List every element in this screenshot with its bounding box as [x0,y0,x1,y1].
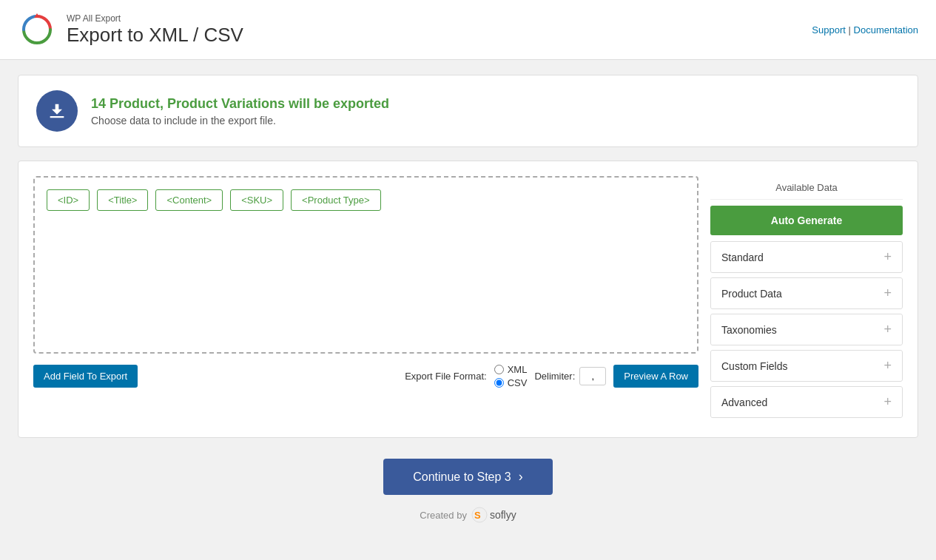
preview-row-button[interactable]: Preview A Row [613,365,698,388]
available-data-panel: Available Data Auto Generate Standard + … [710,176,903,422]
data-section: Product Data + [710,277,903,309]
format-options: XML CSV [494,364,528,388]
csv-label: CSV [508,377,528,388]
app-logo [18,10,56,49]
field-drag-area[interactable]: <ID><Title><Content><SKU><Product Type> [33,176,698,354]
continue-button[interactable]: Continue to Step 3 › [383,459,553,495]
data-section-header[interactable]: Product Data + [711,278,902,308]
notice-subtitle: Choose data to include in the export fil… [91,115,389,126]
auto-generate-button[interactable]: Auto Generate [710,206,903,235]
continue-arrow-icon: › [519,469,523,485]
download-icon [47,101,67,121]
add-field-button[interactable]: Add Field To Export [33,365,138,388]
delimiter-label: Delimiter: [534,371,575,382]
support-link[interactable]: Support [812,24,846,36]
section-label: Custom Fields [721,360,787,372]
header-left: WP All Export Export to XML / CSV [18,10,243,49]
header-title-group: WP All Export Export to XML / CSV [67,13,243,47]
data-section-header[interactable]: Standard + [711,242,902,272]
data-section: Custom Fields + [710,350,903,382]
sections-container: Standard + Product Data + Taxonomies + C… [710,241,903,422]
delimiter-group: Delimiter: [534,367,606,385]
section-label: Advanced [721,397,767,408]
header-links: Support | Documentation [812,24,918,36]
data-section-header[interactable]: Taxonomies + [711,314,902,345]
section-plus-icon: + [883,249,892,265]
continue-section: Continue to Step 3 › [18,451,918,501]
builder-panel: <ID><Title><Content><SKU><Product Type> … [18,161,918,438]
xml-radio[interactable] [494,365,504,374]
soflyy-logo: S soflyy [471,507,516,523]
section-label: Taxonomies [721,324,777,336]
section-plus-icon: + [883,358,892,374]
builder-left: <ID><Title><Content><SKU><Product Type> … [33,176,698,422]
csv-radio[interactable] [494,378,504,388]
field-tag[interactable]: <Title> [97,189,148,211]
soflyy-icon: S [471,507,488,523]
data-section: Standard + [710,241,903,273]
section-plus-icon: + [883,394,892,410]
notice-text: 14 Product, Product Variations will be e… [91,96,389,126]
data-section-header[interactable]: Custom Fields + [711,351,902,381]
export-format-label: Export File Format: [405,371,487,382]
csv-option[interactable]: CSV [494,377,528,388]
field-tag[interactable]: <SKU> [230,189,283,211]
xml-label: XML [508,364,528,375]
app-header: WP All Export Export to XML / CSV Suppor… [0,0,936,60]
continue-label: Continue to Step 3 [413,470,511,484]
footer-created-text: Created by [420,510,467,521]
available-data-title: Available Data [710,176,903,200]
controls-row: Add Field To Export Export File Format: … [33,364,698,388]
data-section: Advanced + [710,386,903,418]
xml-option[interactable]: XML [494,364,528,375]
page-title: Export to XML / CSV [67,24,243,47]
footer: Created by S soflyy [18,501,918,529]
section-label: Product Data [721,288,782,300]
field-tag[interactable]: <Content> [155,189,223,211]
format-delimiter-wrapper: Export File Format: XML CSV Delimiter: [405,364,698,388]
data-section: Taxonomies + [710,314,903,345]
documentation-link[interactable]: Documentation [854,24,918,36]
field-tag[interactable]: <ID> [47,189,90,211]
main-content: 14 Product, Product Variations will be e… [0,60,936,544]
field-tag[interactable]: <Product Type> [291,189,381,211]
notice-icon [36,90,78,132]
notice-card: 14 Product, Product Variations will be e… [18,75,918,147]
plugin-name: WP All Export [67,13,243,24]
section-plus-icon: + [883,322,892,337]
data-section-header[interactable]: Advanced + [711,387,902,417]
section-plus-icon: + [883,286,892,301]
notice-title: 14 Product, Product Variations will be e… [91,96,389,112]
soflyy-text: soflyy [490,509,516,521]
svg-text:S: S [474,510,481,521]
link-separator: | [849,24,851,36]
section-label: Standard [721,252,764,263]
delimiter-input[interactable] [579,367,606,385]
